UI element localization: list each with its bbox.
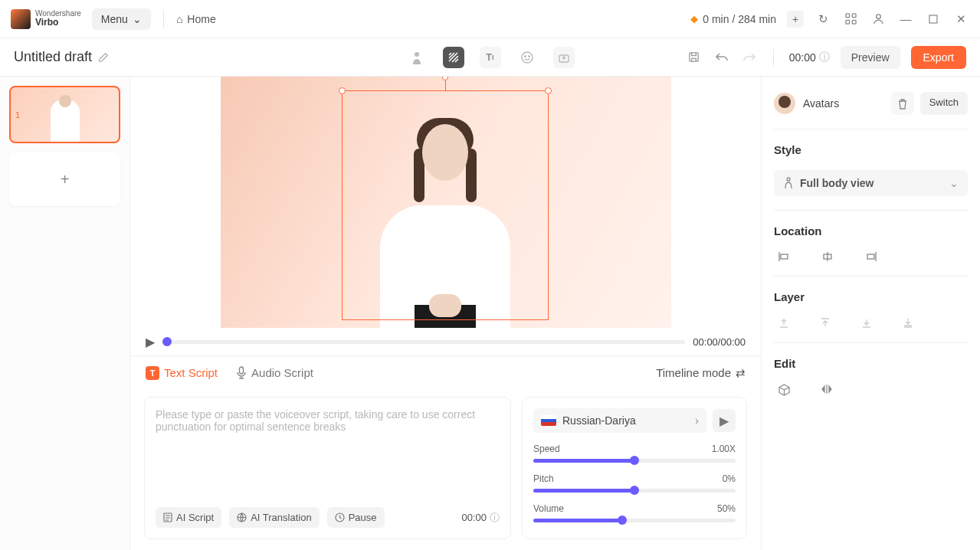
home-icon: ⌂ — [176, 13, 182, 25]
style-select[interactable]: Full body view ⌄ — [774, 170, 968, 196]
align-center-icon[interactable] — [821, 251, 834, 262]
draft-title[interactable]: Untitled draft — [14, 49, 109, 65]
close-icon[interactable]: ✕ — [952, 11, 969, 28]
svg-point-4 — [876, 15, 880, 19]
avatars-label: Avatars — [803, 97, 839, 110]
duration-label: 00:00 ⓘ — [789, 51, 830, 64]
editor-center: ▶ 00:00/00:00 T Text Script Audio Script… — [130, 77, 761, 550]
volume-label: Volume — [533, 503, 564, 514]
save-icon[interactable] — [686, 49, 703, 66]
export-button[interactable]: Export — [911, 46, 966, 69]
script-input[interactable] — [156, 408, 500, 507]
toolbar: Untitled draft TI 00:00 ⓘ — [0, 38, 980, 77]
maximize-icon[interactable] — [925, 11, 942, 28]
switch-avatar-button[interactable]: Switch — [920, 92, 968, 115]
align-left-icon[interactable] — [778, 251, 791, 262]
time-display: 00:00/00:00 — [693, 336, 746, 348]
align-right-icon[interactable] — [864, 251, 877, 262]
svg-point-6 — [415, 52, 419, 57]
flip-icon[interactable] — [821, 384, 833, 396]
titlebar: WondershareVirbo Menu ⌄ ⌂ Home ◆ 0 min /… — [0, 0, 980, 38]
canvas[interactable] — [221, 77, 671, 328]
refresh-icon[interactable]: ↻ — [814, 11, 831, 28]
add-credits-button[interactable]: + — [787, 11, 804, 28]
svg-point-7 — [522, 52, 533, 63]
body-icon — [783, 177, 794, 189]
volume-slider[interactable] — [533, 519, 736, 522]
send-backward-icon — [861, 317, 872, 329]
ai-script-button[interactable]: AI Script — [156, 507, 221, 528]
undo-icon[interactable] — [713, 49, 730, 66]
properties-panel: Avatars Switch Style Full body view ⌄ Lo… — [761, 77, 980, 550]
account-icon[interactable] — [870, 11, 887, 28]
ai-translation-button[interactable]: AI Translation — [229, 507, 320, 528]
svg-rect-3 — [852, 20, 856, 24]
slide-avatar-preview — [51, 100, 80, 142]
location-heading: Location — [774, 224, 968, 237]
resize-handle[interactable] — [339, 87, 346, 94]
tab-audio-script[interactable]: Audio Script — [236, 366, 313, 379]
minimize-icon[interactable]: — — [897, 11, 914, 28]
mic-icon — [236, 366, 247, 379]
doc-icon — [163, 512, 172, 522]
speed-label: Speed — [533, 444, 560, 454]
tab-text-script[interactable]: T Text Script — [146, 366, 218, 380]
background-tool-icon[interactable] — [443, 47, 464, 68]
clock-icon — [335, 512, 345, 522]
speed-value: 1.00X — [712, 444, 736, 454]
style-heading: Style — [774, 143, 968, 156]
logo-icon — [11, 9, 31, 29]
text-tool-icon[interactable]: TI — [480, 47, 501, 68]
credits-chip[interactable]: ◆ 0 min / 284 min — [690, 13, 776, 25]
chevron-right-icon: › — [695, 414, 699, 427]
svg-rect-2 — [845, 20, 849, 24]
timeline-track[interactable] — [162, 340, 685, 344]
bring-front-icon — [778, 317, 789, 329]
svg-point-16 — [787, 178, 790, 181]
pitch-value: 0% — [723, 473, 736, 484]
speed-slider-row: Speed1.00X — [533, 444, 736, 463]
swap-icon: ⇄ — [736, 366, 746, 380]
selection-box[interactable] — [342, 90, 549, 320]
voice-select[interactable]: Russian-Dariya › — [533, 408, 706, 433]
help-icon[interactable]: ⓘ — [819, 51, 830, 64]
preview-button[interactable]: Preview — [841, 46, 900, 69]
speed-slider[interactable] — [533, 459, 736, 463]
playbar: ▶ 00:00/00:00 — [130, 328, 761, 355]
send-back-icon — [903, 317, 913, 329]
cube-icon[interactable] — [778, 384, 790, 396]
separator — [773, 49, 774, 66]
svg-rect-19 — [867, 254, 874, 259]
pitch-label: Pitch — [533, 473, 554, 484]
edit-icon[interactable] — [98, 52, 109, 63]
avatar-tool-icon[interactable] — [406, 47, 428, 68]
timeline-mode-toggle[interactable]: Timeline mode ⇄ — [656, 366, 746, 380]
svg-rect-17 — [781, 254, 788, 259]
delete-avatar-button[interactable] — [891, 92, 914, 115]
pitch-slider[interactable] — [533, 489, 736, 493]
voice-preview-button[interactable]: ▶ — [713, 409, 736, 432]
svg-rect-11 — [690, 53, 698, 61]
redo-icon[interactable] — [741, 49, 758, 66]
apps-icon[interactable] — [842, 11, 859, 28]
resize-handle[interactable] — [545, 87, 552, 94]
volume-value: 50% — [717, 503, 736, 514]
menu-button[interactable]: Menu ⌄ — [92, 8, 151, 30]
slides-panel: 1 + — [0, 77, 130, 550]
app-logo: WondershareVirbo — [11, 9, 81, 29]
slide-thumbnail[interactable]: 1 — [9, 86, 120, 143]
pause-button[interactable]: Pause — [327, 507, 385, 528]
svg-rect-5 — [929, 15, 937, 23]
add-slide-button[interactable]: + — [9, 152, 120, 206]
timeline-knob[interactable] — [162, 337, 172, 346]
sticker-tool-icon[interactable] — [516, 47, 538, 68]
script-box: AI Script AI Translation Pause — [144, 397, 511, 539]
play-button[interactable]: ▶ — [146, 335, 155, 349]
layer-heading: Layer — [774, 290, 968, 303]
help-icon[interactable]: ⓘ — [490, 511, 500, 525]
svg-rect-12 — [240, 367, 244, 374]
home-link[interactable]: ⌂ Home — [176, 13, 216, 25]
upload-tool-icon[interactable] — [553, 47, 575, 68]
edit-heading: Edit — [774, 357, 968, 370]
translate-icon — [237, 512, 247, 522]
